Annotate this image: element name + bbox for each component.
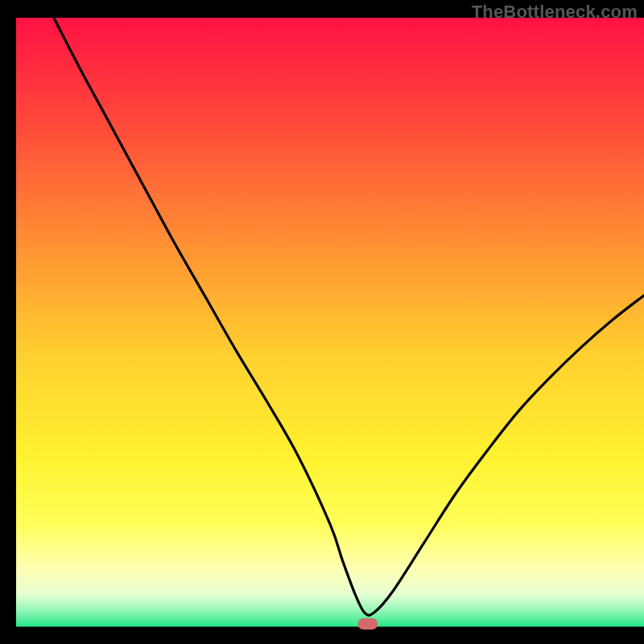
watermark-label: TheBottleneck.com	[472, 2, 638, 23]
chart-frame: TheBottleneck.com	[0, 0, 644, 644]
bottleneck-chart	[0, 0, 644, 644]
bottleneck-marker	[357, 618, 378, 630]
plot-background	[16, 18, 644, 628]
